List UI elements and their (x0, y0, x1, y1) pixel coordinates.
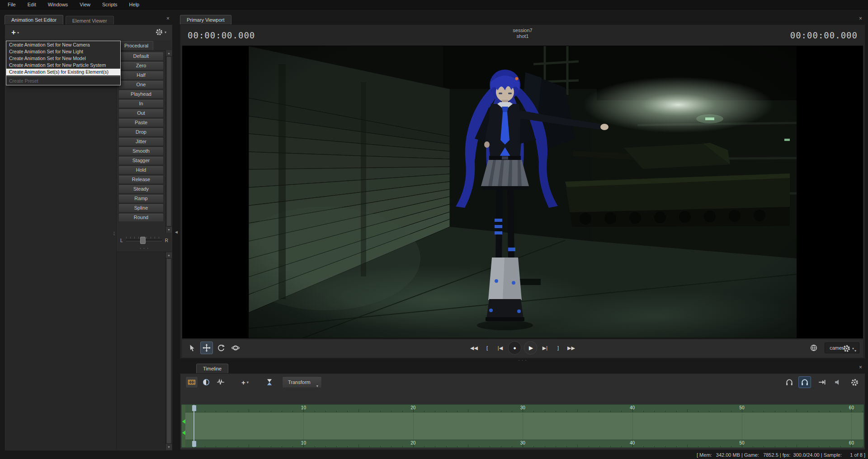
world-camera-button[interactable] (807, 342, 820, 354)
column-splitter-handle[interactable]: ⁞ (113, 233, 115, 235)
graph-editor-button[interactable] (214, 376, 227, 388)
move-tool-button[interactable] (200, 342, 213, 354)
rewind-button[interactable]: ◀◀ (469, 345, 480, 351)
create-menu-item[interactable]: Create Animation Set for New Model (6, 55, 120, 62)
playhead-handle-top[interactable] (192, 405, 196, 411)
left-panel-close-icon[interactable]: × (166, 16, 170, 21)
slider-thumb[interactable] (140, 237, 146, 244)
preset-strength-slider[interactable] (126, 239, 162, 241)
preset-button-ramp[interactable]: Ramp (118, 194, 164, 203)
create-menu-item[interactable]: Create Animation Set for New Light (6, 48, 120, 55)
sfm-app: FileEditWindowsViewScriptsHelp Animation… (0, 0, 868, 459)
scroll-up-icon[interactable]: ▲ (166, 50, 172, 56)
create-menu-item[interactable]: Create Animation Set for New Camera (6, 42, 120, 48)
clip-editor-button[interactable] (185, 376, 198, 388)
preset-button-jitter[interactable]: Jitter (118, 137, 164, 146)
record-button[interactable]: ● (508, 341, 522, 355)
frame-back-button[interactable]: |◀ (495, 345, 506, 351)
fast-forward-button[interactable]: ▶▶ (566, 345, 577, 351)
transform-dropdown[interactable]: Transform ▾ (282, 376, 322, 388)
panel-settings-button[interactable]: ▾ (156, 28, 166, 36)
panel-splitter[interactable]: ◄ (173, 14, 180, 359)
headphones-button[interactable] (783, 376, 796, 388)
motion-editor-button[interactable] (200, 376, 212, 388)
create-menu-item[interactable]: Create Animation Set(s) for Existing Ele… (6, 69, 120, 75)
preset-button-zero[interactable]: Zero (118, 61, 164, 70)
sliders-area[interactable]: ▲ ▼ (117, 252, 172, 450)
ruler-tick (512, 411, 512, 412)
menubar-item-help[interactable]: Help (123, 0, 146, 9)
preset-button-in[interactable]: In (118, 99, 164, 108)
speaker-button[interactable] (832, 376, 844, 388)
tab-timeline[interactable]: Timeline (196, 364, 228, 374)
create-menu-item[interactable]: Create Animation Set for New Particle Sy… (6, 62, 120, 69)
timeline-ruler-top[interactable]: 102030405060 (185, 405, 863, 412)
preset-button-default[interactable]: Default (118, 52, 164, 61)
orbit-tool-button[interactable] (229, 342, 242, 354)
scrollbar-thumb[interactable] (166, 258, 171, 444)
prev-clip-icon[interactable] (182, 419, 185, 424)
preset-scrollbar[interactable]: ▲ ▼ (165, 50, 172, 233)
tab-procedural[interactable]: Procedural (119, 41, 153, 50)
viewport-resize-handle[interactable]: · · · (180, 359, 865, 362)
timeline-close-icon[interactable]: × (859, 365, 862, 370)
preset-button-stagger[interactable]: Stagger (118, 156, 164, 165)
clip-start-button[interactable]: [ (482, 345, 493, 351)
add-clip-button[interactable]: + ▾ (241, 376, 249, 388)
timeline-track[interactable]: 102030405060 102030405060 (181, 404, 864, 448)
rotate-tool-button[interactable] (215, 342, 227, 354)
preset-button-smooth[interactable]: Smooth (118, 147, 164, 155)
tab-element-viewer[interactable]: Element Viewer (66, 16, 114, 25)
presets-column: Procedural DefaultZeroHalfOnePlayheadInO… (117, 40, 172, 450)
add-animation-set-button[interactable]: + ▾ (9, 28, 21, 37)
clip-end-button[interactable]: ] (553, 345, 564, 351)
ruler-tick (807, 446, 808, 447)
menubar-item-view[interactable]: View (74, 0, 96, 9)
ruler-tick (249, 445, 249, 447)
ruler-tick (556, 446, 556, 447)
animation-set-tree[interactable] (5, 40, 117, 450)
menubar-item-scripts[interactable]: Scripts (96, 0, 123, 9)
play-button[interactable]: ▶ (524, 341, 538, 355)
collapse-arrow-icon[interactable]: ◄ (174, 230, 179, 234)
preset-button-release[interactable]: Release (118, 175, 164, 184)
preset-button-playhead[interactable]: Playhead (118, 90, 164, 98)
render-view[interactable] (249, 46, 797, 338)
headphones-solo-button[interactable] (798, 376, 811, 388)
frame-forward-button[interactable]: ▶| (540, 345, 551, 351)
preset-button-half[interactable]: Half (118, 71, 164, 80)
timeline-work-area[interactable] (185, 412, 863, 440)
scroll-down-icon[interactable]: ▼ (166, 444, 172, 450)
preset-button-round[interactable]: Round (118, 213, 164, 222)
menubar-item-file[interactable]: File (2, 0, 22, 9)
select-tool-button[interactable] (186, 342, 198, 354)
camera-select[interactable]: camera1 ▾ (825, 342, 859, 353)
preset-button-hold[interactable]: Hold (118, 166, 164, 174)
preset-button-out[interactable]: Out (118, 109, 164, 117)
preset-button-paste[interactable]: Paste (118, 118, 164, 127)
viewport-scene-area[interactable] (182, 46, 863, 338)
menubar-item-windows[interactable]: Windows (42, 0, 74, 9)
sliders-scrollbar[interactable]: ▲ ▼ (165, 252, 172, 450)
prev-clip-icon[interactable] (182, 431, 185, 435)
scroll-up-icon[interactable]: ▲ (166, 252, 172, 258)
scrollbar-thumb[interactable] (166, 56, 171, 226)
preset-button-steady[interactable]: Steady (118, 185, 164, 193)
presets-splitter-handle[interactable]: · · · (117, 246, 172, 251)
time-selection-button[interactable] (263, 376, 276, 388)
timeline-ruler-bottom[interactable]: 102030405060 (185, 440, 863, 447)
seek-end-button[interactable] (816, 376, 828, 388)
tab-animation-set-editor[interactable]: Animation Set Editor (5, 15, 63, 25)
scroll-down-icon[interactable]: ▼ (166, 227, 172, 233)
viewport-settings-button[interactable]: ▾ (843, 345, 854, 352)
preset-button-spline[interactable]: Spline (118, 204, 164, 212)
viewport-close-icon[interactable]: × (859, 16, 862, 21)
ruler-tick (490, 446, 490, 447)
preset-button-drop[interactable]: Drop (118, 128, 164, 136)
menubar-item-edit[interactable]: Edit (22, 0, 42, 9)
tab-primary-viewport[interactable]: Primary Viewport (180, 15, 231, 25)
session-info: session7 shot1 (180, 28, 865, 39)
preset-button-one[interactable]: One (118, 80, 164, 89)
timeline-settings-button[interactable] (848, 376, 861, 388)
playhead-handle-bottom[interactable] (192, 441, 196, 447)
